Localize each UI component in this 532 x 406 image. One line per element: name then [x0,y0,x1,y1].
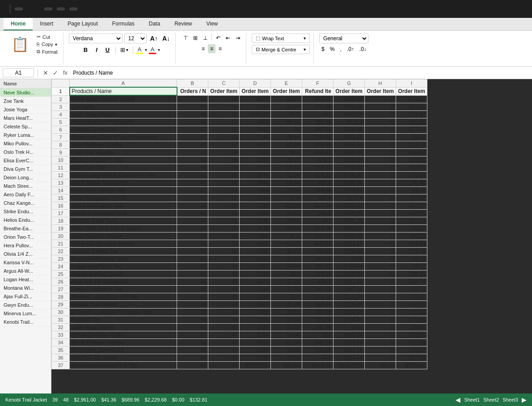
data-cell[interactable]: 36 [177,347,208,354]
tab-insert[interactable]: Insert [33,18,60,30]
data-cell[interactable]: Order Item [240,87,271,95]
data-cell[interactable]: Order Item [365,87,396,95]
data-cell[interactable]: 46 [208,354,240,362]
data-cell[interactable]: 3844 [240,179,271,187]
data-cell[interactable]: Minerva LumaTech™ V-Tee [70,293,177,301]
table-row[interactable]: 4Josie Yoga Jacket46654106,2567,54413597… [52,111,427,118]
data-cell[interactable]: 64 [208,118,240,126]
table-row[interactable]: 14Aero Daily Fitness Tee4254146425,93164… [52,187,427,195]
data-cell[interactable]: 2176 [240,217,271,225]
table-row[interactable]: 29Kenobi Trail Jacket3948296141,36689,96… [52,301,427,309]
data-cell[interactable]: 37,12 [271,324,302,331]
data-cell[interactable]: 571,88 [302,103,334,111]
data-cell[interactable]: 51 [208,210,240,217]
formula-input[interactable] [71,69,529,77]
col-header-e[interactable]: E [271,80,302,88]
data-cell[interactable]: $2,016.00 [240,362,271,369]
data-cell[interactable]: 0 [365,202,396,210]
data-cell[interactable]: 54 [208,187,240,195]
sheet-tab-3[interactable]: Sheet3 [502,397,518,402]
currency-btn[interactable]: $ [319,45,327,53]
data-cell[interactable]: 1824 [240,324,271,331]
data-cell[interactable]: Elisa EverCool™ Tee [70,156,177,164]
tab-review[interactable]: Review [167,18,199,30]
data-cell[interactable]: 47 [208,347,240,354]
data-cell[interactable]: 0 [365,255,396,263]
data-cell[interactable]: 165,12 [302,286,334,293]
data-cell[interactable]: 65 [208,111,240,118]
table-row[interactable]: 18Breathe-Easy Tank4451217625,844421708,… [52,217,427,225]
data-cell[interactable]: 42 [177,141,208,149]
data-cell[interactable]: Orion Two-Tone Fitted Jacket [70,225,177,233]
data-cell[interactable]: 49 [208,278,240,286]
data-cell[interactable]: 250,88 [302,134,334,141]
data-cell[interactable]: 351 [302,331,334,339]
data-cell[interactable]: 42 [177,187,208,195]
data-cell[interactable]: 1952,16 [334,347,365,354]
data-cell[interactable]: 1504 [334,324,365,331]
data-cell[interactable]: 34 [177,339,208,347]
sidebar-item-ryker[interactable]: Ryker Luma... [0,131,51,140]
data-cell[interactable]: 936,96 [302,233,334,240]
data-cell[interactable]: 39 [271,126,302,134]
data-cell[interactable]: 0 [365,331,396,339]
data-cell[interactable]: 149,61 [396,210,427,217]
data-cell[interactable]: Products / Name [70,87,177,95]
formula-confirm-btn[interactable]: ✓ [51,69,59,77]
data-cell[interactable]: Olivia 1/4 Zip Light Jacket [70,240,177,248]
table-row[interactable]: 3Zoe Tank5166249435,96571,881886,160203,… [52,103,427,111]
data-cell[interactable]: 29,44 [271,134,302,141]
data-cell[interactable]: 186,88 [302,248,334,255]
data-cell[interactable]: 497,64 [302,126,334,134]
data-cell[interactable]: 40 [177,324,208,331]
data-cell[interactable]: 16,64 [271,164,302,172]
paste-button[interactable]: 📋 [7,34,33,55]
data-cell[interactable]: $128.91 [396,362,427,369]
data-cell[interactable]: 1167,36 [334,286,365,293]
data-cell[interactable]: 66 [208,103,240,111]
data-cell[interactable]: 39 [177,301,208,309]
data-cell[interactable]: 43 [177,263,208,271]
data-cell[interactable]: 43 [177,271,208,278]
data-cell[interactable]: 0 [365,179,396,187]
table-row[interactable]: 13Mach Street Sweatshirt4054384469,44483… [52,179,427,187]
data-cell[interactable]: Chaz Kangaroo Hoodie [70,195,177,202]
data-cell[interactable]: 55 [208,172,240,179]
data-cell[interactable]: 51 [177,103,208,111]
data-cell[interactable]: 69,44 [271,179,302,187]
data-cell[interactable]: 0 [365,263,396,271]
data-cell[interactable]: 3816,12 [334,240,365,248]
data-cell[interactable]: 3185 [240,271,271,278]
zoom-minus-btn[interactable] [15,8,23,10]
data-cell[interactable]: 141,88 [396,316,427,324]
data-cell[interactable]: 689,96 [302,301,334,309]
data-cell[interactable]: 1682 [240,309,271,316]
data-cell[interactable]: Mars HeatTech™ Pullover [70,118,177,126]
data-cell[interactable]: 4761 [240,141,271,149]
data-cell[interactable]: 776,16 [302,271,334,278]
data-cell[interactable]: 2664,44 [334,354,365,362]
data-cell[interactable]: 11,52 [271,286,302,293]
copy-button[interactable]: ⎘ Copy ▾ [35,41,59,47]
data-cell[interactable]: 44 [177,217,208,225]
sidebar-item-olivia[interactable]: Olivia 1/4 Z... [0,250,51,258]
sidebar-item-aero[interactable]: Aero Daily F... [0,190,51,199]
data-cell[interactable]: 442 [302,217,334,225]
sheet-tab-2[interactable]: Sheet2 [483,397,499,402]
data-cell[interactable]: 0 [365,301,396,309]
col-header-f[interactable]: F [302,80,334,88]
data-cell[interactable]: 63,48 [271,141,302,149]
data-cell[interactable]: 30,16 [271,309,302,316]
tab-home[interactable]: Home [4,18,33,30]
data-cell[interactable]: 165,81 [396,118,427,126]
data-cell[interactable]: 3317,52 [334,278,365,286]
data-cell[interactable]: 2365,44 [334,233,365,240]
data-cell[interactable]: 0 [365,278,396,286]
data-cell[interactable]: 0 [365,248,396,255]
data-cell[interactable]: 118,8 [396,187,427,195]
data-cell[interactable]: 177,12 [396,126,427,134]
data-cell[interactable]: 0 [365,286,396,293]
data-cell[interactable]: 39 [177,240,208,248]
table-row[interactable]: 22Karissa V-Neck Tee3550179230,73186,881… [52,248,427,255]
text-direction-button[interactable]: ↶ [214,34,223,42]
